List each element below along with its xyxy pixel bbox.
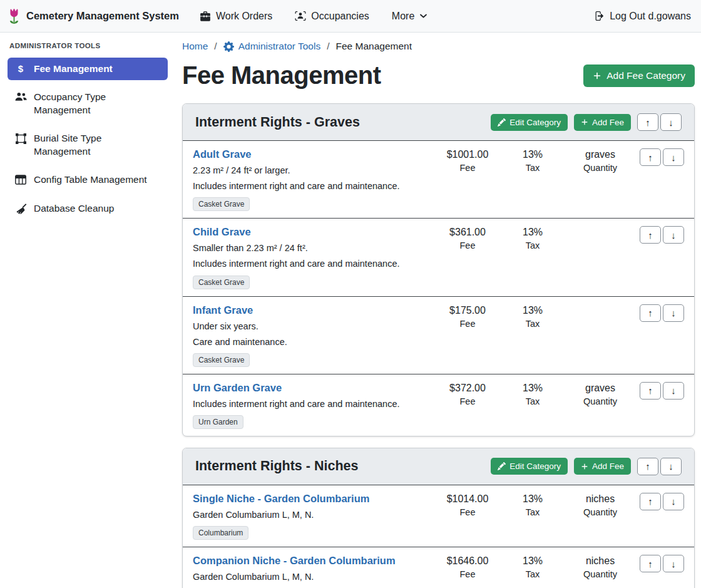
breadcrumb-current: Fee Management — [336, 41, 412, 52]
fee-amount: $175.00 — [435, 305, 500, 316]
edit-category-button[interactable]: Edit Category — [491, 458, 568, 475]
fee-row-urn-garden-grave: Urn Garden Grave Includes interment righ… — [183, 374, 694, 436]
fee-row-companion-niche: Companion Niche - Garden Columbarium Gar… — [183, 547, 694, 588]
fee-name-link[interactable]: Single Niche - Garden Columbarium — [193, 493, 369, 505]
category-title: Interment Rights - Graves — [195, 115, 360, 130]
sidebar-item-label: Config Table Management — [34, 173, 147, 186]
broom-icon — [14, 204, 27, 214]
category-header: Interment Rights - Niches Edit Category … — [183, 448, 694, 485]
fee-tax-label: Tax — [500, 396, 565, 406]
logout-link[interactable]: Log Out d.gowans — [592, 11, 691, 22]
sidebar-item-config-table-management[interactable]: Config Table Management — [8, 168, 168, 191]
table-icon — [14, 175, 27, 185]
fee-row-infant-grave: Infant Grave Under six years. Care and m… — [183, 297, 694, 374]
add-fee-button[interactable]: Add Fee — [574, 458, 631, 475]
fee-description: Garden Columbarium L, M, N. — [193, 571, 430, 583]
arrow-up-icon: ↑ — [648, 152, 653, 163]
sidebar-item-label: Burial Site Type Management — [34, 132, 161, 158]
fee-quantity-label: Quantity — [565, 507, 635, 517]
move-fee-up-button[interactable]: ↑ — [640, 148, 661, 166]
breadcrumb-admin-tools-link[interactable]: Administrator Tools — [223, 41, 321, 52]
plus-icon — [593, 71, 601, 80]
fee-quantity-label: Quantity — [565, 569, 635, 579]
top-navbar: Cemetery Management System Work Orders O… — [0, 0, 701, 33]
fee-tax: 13% — [500, 227, 565, 238]
fee-name-link[interactable]: Infant Grave — [193, 304, 253, 316]
nav-more-label: More — [392, 11, 414, 22]
fee-quantity-col-empty — [565, 303, 635, 305]
arrow-down-icon: ↓ — [671, 385, 676, 396]
move-category-down-button[interactable]: ↓ — [660, 458, 682, 475]
sidebar-item-occupancy-type-management[interactable]: Occupancy Type Management — [8, 86, 168, 121]
app-brand[interactable]: Cemetery Management System — [8, 8, 179, 24]
move-fee-down-button[interactable]: ↓ — [663, 493, 684, 510]
fee-tax: 13% — [500, 149, 565, 160]
fee-tax-col: 13% Tax — [500, 381, 565, 406]
fee-category-card-niches: Interment Rights - Niches Edit Category … — [182, 448, 695, 588]
sidebar-heading: ADMINISTRATOR TOOLS — [9, 42, 168, 49]
edit-category-button[interactable]: Edit Category — [491, 114, 568, 131]
breadcrumb: Home / Administrator Tools / Fee Managem… — [182, 41, 695, 52]
sidebar-item-burial-site-type-management[interactable]: Burial Site Type Management — [8, 127, 168, 163]
arrow-up-icon: ↑ — [648, 496, 653, 507]
arrow-up-icon: ↑ — [645, 117, 650, 128]
fee-row-single-niche: Single Niche - Garden Columbarium Garden… — [183, 485, 694, 547]
tulip-logo-icon — [8, 8, 21, 24]
plus-icon — [581, 463, 588, 470]
fee-tax-label: Tax — [500, 319, 565, 329]
fee-amount-label: Fee — [435, 396, 500, 406]
add-fee-category-button[interactable]: Add Fee Category — [583, 64, 695, 87]
breadcrumb-separator: / — [214, 41, 217, 52]
fee-description: Care and maintenance. — [193, 336, 430, 348]
move-category-down-button[interactable]: ↓ — [660, 113, 682, 131]
move-fee-up-button[interactable]: ↑ — [640, 382, 661, 400]
move-fee-down-button[interactable]: ↓ — [663, 382, 684, 400]
arrow-down-icon: ↓ — [671, 559, 676, 569]
arrow-down-icon: ↓ — [671, 152, 676, 163]
nav-more[interactable]: More — [392, 11, 427, 22]
fee-tax: 13% — [500, 383, 565, 394]
plus-icon — [581, 118, 588, 126]
fee-quantity-label: Quantity — [565, 163, 635, 173]
arrow-up-icon: ↑ — [648, 230, 653, 240]
page-title: Fee Management — [182, 61, 381, 90]
move-fee-up-button[interactable]: ↑ — [640, 226, 661, 244]
arrow-up-icon: ↑ — [645, 461, 650, 472]
move-fee-up-button[interactable]: ↑ — [640, 304, 661, 322]
gear-icon — [223, 41, 234, 52]
nav-occupancies[interactable]: Occupancies — [295, 11, 369, 22]
fee-name-link[interactable]: Urn Garden Grave — [193, 382, 282, 394]
fee-quantity-col: niches Quantity — [565, 554, 635, 579]
arrow-down-icon: ↓ — [668, 461, 673, 472]
arrow-up-icon: ↑ — [648, 385, 653, 396]
sidebar-item-label: Fee Management — [34, 63, 113, 75]
fee-description: Includes interment right and care and ma… — [193, 258, 430, 270]
fee-name-link[interactable]: Companion Niche - Garden Columbarium — [193, 555, 396, 567]
fee-amount-col: $175.00 Fee — [435, 303, 500, 329]
fee-tax-label: Tax — [500, 240, 565, 250]
fee-amount-label: Fee — [435, 507, 500, 517]
arrow-down-icon: ↓ — [671, 230, 676, 240]
move-category-up-button[interactable]: ↑ — [637, 458, 658, 475]
breadcrumb-home-link[interactable]: Home — [182, 41, 208, 52]
sidebar-item-fee-management[interactable]: $ Fee Management — [8, 58, 168, 80]
move-fee-down-button[interactable]: ↓ — [663, 555, 684, 572]
move-fee-up-button[interactable]: ↑ — [640, 493, 661, 510]
move-fee-down-button[interactable]: ↓ — [663, 304, 684, 322]
move-fee-down-button[interactable]: ↓ — [663, 226, 684, 244]
nav-work-orders[interactable]: Work Orders — [200, 11, 272, 22]
fee-description: Smaller than 2.23 m² / 24 ft². — [193, 242, 430, 254]
fee-name-link[interactable]: Adult Grave — [193, 148, 252, 160]
move-fee-down-button[interactable]: ↓ — [663, 148, 684, 166]
fee-category-card-graves: Interment Rights - Graves Edit Category … — [182, 103, 695, 436]
move-category-up-button[interactable]: ↑ — [637, 113, 658, 131]
add-fee-category-label: Add Fee Category — [606, 70, 685, 81]
fee-type-badge: Columbarium — [193, 526, 248, 540]
fee-name-link[interactable]: Child Grave — [193, 226, 251, 238]
add-fee-button[interactable]: Add Fee — [574, 114, 631, 131]
arrow-up-icon: ↑ — [648, 559, 653, 569]
sidebar-item-database-cleanup[interactable]: Database Cleanup — [8, 197, 168, 220]
move-fee-up-button[interactable]: ↑ — [640, 555, 661, 572]
app-title: Cemetery Management System — [26, 10, 179, 22]
fee-amount-label: Fee — [435, 240, 500, 250]
